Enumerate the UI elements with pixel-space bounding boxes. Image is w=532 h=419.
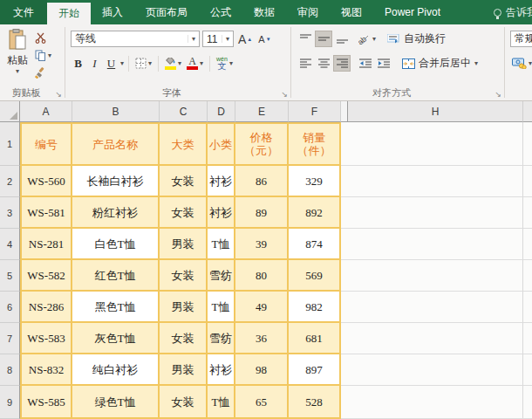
copy-button[interactable]: ▾: [35, 49, 51, 62]
cell-A6[interactable]: NS-286: [20, 292, 72, 323]
cell-E3[interactable]: 89: [235, 197, 289, 229]
cell-C1[interactable]: 大类: [160, 122, 208, 166]
cell-A7[interactable]: WS-583: [20, 323, 72, 354]
column-header-D[interactable]: D: [208, 101, 235, 122]
phonetic-guide-button[interactable]: wén 文 ▾: [215, 55, 235, 72]
tab-file[interactable]: 文件: [0, 0, 47, 24]
cell-B9[interactable]: 绿色T恤: [72, 386, 160, 419]
tab-data[interactable]: 数据: [242, 0, 286, 24]
cell-H8[interactable]: [348, 354, 523, 386]
tab-review[interactable]: 审阅: [286, 0, 330, 24]
accounting-format-button[interactable]: ▾: [510, 57, 532, 70]
column-header-A[interactable]: A: [20, 101, 72, 122]
cell-I4[interactable]: [523, 229, 532, 260]
row-header-8[interactable]: 8: [0, 354, 20, 386]
cell-C7[interactable]: 女装: [160, 323, 208, 354]
cell-I3[interactable]: [523, 197, 532, 229]
select-all-corner[interactable]: [0, 101, 20, 122]
row-header-4[interactable]: 4: [0, 229, 20, 260]
row-header-5[interactable]: 5: [0, 260, 20, 292]
cell-I2[interactable]: [523, 166, 532, 197]
font-size-combobox[interactable]: 11 ▾: [202, 31, 234, 47]
cell-F2[interactable]: 329: [289, 166, 341, 197]
tab-home[interactable]: 开始: [47, 3, 91, 24]
cell-D3[interactable]: 衬衫: [208, 197, 235, 229]
cell-F9[interactable]: 528: [289, 386, 341, 419]
font-dialog-launcher[interactable]: ↘: [281, 91, 288, 99]
column-header-g-hidden[interactable]: [341, 101, 348, 122]
cell-D8[interactable]: 衬衫: [208, 354, 235, 386]
cell-E6[interactable]: 49: [235, 292, 289, 323]
cell-A9[interactable]: WS-585: [20, 386, 72, 419]
cell-B5[interactable]: 红色T恤: [72, 260, 160, 292]
cell-F6[interactable]: 982: [289, 292, 341, 323]
cell-E1[interactable]: 价格（元）: [235, 122, 289, 166]
cell-F3[interactable]: 892: [289, 197, 341, 229]
cell-A5[interactable]: WS-582: [20, 260, 72, 292]
align-right-button[interactable]: [333, 55, 351, 72]
cell-D6[interactable]: T恤: [208, 292, 235, 323]
cell-H1[interactable]: [348, 122, 523, 166]
underline-button[interactable]: U: [104, 57, 119, 71]
column-header-B[interactable]: B: [72, 101, 160, 122]
merge-center-dropdown-arrow[interactable]: ▾: [474, 60, 478, 67]
cell-E2[interactable]: 86: [235, 166, 289, 197]
font-size-dropdown-arrow[interactable]: ▾: [222, 35, 233, 43]
decrease-font-size-button[interactable]: A ▼: [256, 34, 272, 45]
cell-E9[interactable]: 65: [235, 386, 289, 419]
tab-insert[interactable]: 插入: [91, 0, 134, 24]
cell-I7[interactable]: [523, 323, 532, 354]
column-header-i-sliver[interactable]: [523, 101, 532, 122]
cell-B3[interactable]: 粉红衬衫: [72, 197, 160, 229]
column-header-H[interactable]: H: [348, 101, 523, 122]
increase-indent-button[interactable]: [375, 55, 392, 72]
cell-F7[interactable]: 681: [289, 323, 341, 354]
number-format-combobox[interactable]: 常规 ▾: [510, 31, 532, 47]
align-top-button[interactable]: [297, 31, 314, 47]
cell-I9[interactable]: [523, 386, 532, 419]
borders-dropdown-arrow[interactable]: ▾: [148, 60, 152, 67]
cell-B8[interactable]: 纯白衬衫: [72, 354, 160, 386]
orientation-button[interactable]: ab ▾: [357, 32, 378, 45]
cell-E7[interactable]: 36: [235, 323, 289, 354]
align-center-button[interactable]: [315, 55, 332, 72]
cell-D1[interactable]: 小类: [208, 122, 235, 166]
borders-button[interactable]: ▾: [133, 57, 153, 70]
cell-H9[interactable]: [348, 386, 523, 419]
cell-H7[interactable]: [348, 323, 523, 354]
cell-H5[interactable]: [348, 260, 523, 292]
tell-me-search[interactable]: 告诉我: [488, 0, 532, 24]
merge-center-button[interactable]: 合并后居中 ▾: [402, 56, 478, 71]
cell-I5[interactable]: [523, 260, 532, 292]
row-header-1[interactable]: 1: [0, 122, 20, 166]
cell-D2[interactable]: 衬衫: [208, 166, 235, 197]
cell-A4[interactable]: NS-281: [20, 229, 72, 260]
align-bottom-button[interactable]: [333, 31, 351, 47]
cell-H4[interactable]: [348, 229, 523, 260]
cell-D7[interactable]: 雪纺: [208, 323, 235, 354]
row-header-6[interactable]: 6: [0, 292, 20, 323]
cut-button[interactable]: [35, 31, 51, 45]
clipboard-dialog-launcher[interactable]: ↘: [55, 91, 62, 99]
cell-C2[interactable]: 女装: [160, 166, 208, 197]
cell-B7[interactable]: 灰色T恤: [72, 323, 160, 354]
cell-C5[interactable]: 女装: [160, 260, 208, 292]
cell-A1[interactable]: 编号: [20, 122, 72, 166]
font-color-dropdown-arrow[interactable]: ▾: [200, 60, 203, 67]
cell-E8[interactable]: 98: [235, 354, 289, 386]
tab-view[interactable]: 视图: [330, 0, 373, 24]
cell-A2[interactable]: WS-560: [20, 166, 72, 197]
cell-C3[interactable]: 女装: [160, 197, 208, 229]
cell-D9[interactable]: T恤: [208, 386, 235, 419]
format-painter-button[interactable]: [35, 66, 51, 79]
cell-F4[interactable]: 874: [289, 229, 341, 260]
row-header-3[interactable]: 3: [0, 197, 20, 229]
tab-page-layout[interactable]: 页面布局: [134, 0, 199, 24]
align-middle-button[interactable]: [315, 31, 332, 47]
align-left-button[interactable]: [297, 55, 314, 72]
tab-power-pivot[interactable]: Power Pivot: [373, 0, 452, 24]
column-header-C[interactable]: C: [160, 101, 208, 122]
increase-font-size-button[interactable]: A ▲: [236, 34, 254, 45]
cell-B2[interactable]: 长袖白衬衫: [72, 166, 160, 197]
cell-F1[interactable]: 销量（件）: [289, 122, 341, 166]
